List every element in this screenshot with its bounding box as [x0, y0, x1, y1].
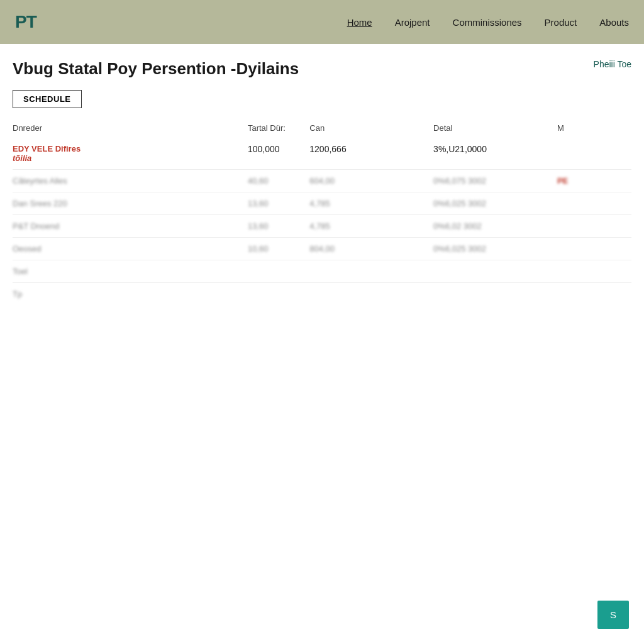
col-header-can: Can	[309, 119, 433, 138]
navbar-brand: PT	[15, 12, 36, 32]
cell-detal	[433, 260, 557, 283]
cell-tartal	[248, 260, 309, 283]
nav-item-product[interactable]: Product	[545, 17, 577, 28]
cell-tartal: 13,60	[248, 215, 309, 238]
nav-item-home[interactable]: Home	[347, 17, 372, 28]
cell-m	[557, 283, 631, 306]
cell-tartal: 40,60	[248, 170, 309, 192]
cell-detal: 0%6,025 3002	[433, 238, 557, 260]
col-header-tartal: Tartal Dür:	[248, 119, 309, 138]
cell-detal	[433, 283, 557, 306]
cell-order: Tp	[13, 283, 248, 306]
navbar-links: Home Arojpent Comminissiones Product Abo…	[347, 17, 629, 28]
table-header-row: Dnreder Tartal Dür: Can Detal M	[13, 119, 631, 138]
cell-order: Toel	[13, 260, 248, 283]
table-row: Oeosed10,60804,000%6,025 3002	[13, 238, 631, 260]
cell-tartal	[248, 283, 309, 306]
nav-link-product[interactable]: Product	[545, 17, 577, 28]
cell-tartal: 100,000	[248, 138, 309, 170]
cell-order: P&T Dnoend	[13, 215, 248, 238]
page-header-row: Vbug Statal Poy Persention -Dyilains Phe…	[13, 59, 631, 79]
nav-item-abouts[interactable]: Abouts	[599, 17, 629, 28]
cell-can: 1200,666	[309, 138, 433, 170]
cell-can: 604,00	[309, 170, 433, 192]
nav-link-home[interactable]: Home	[347, 17, 372, 28]
nav-item-comminissiones[interactable]: Comminissiones	[453, 17, 522, 28]
table-row: EDY VELE Difirestõilia100,0001200,6663%,…	[13, 138, 631, 170]
nav-link-abouts[interactable]: Abouts	[599, 17, 629, 28]
cell-can: 804,00	[309, 238, 433, 260]
table-row: Cãteyrtes Alles40,60604,000%6,075 3002PE	[13, 170, 631, 192]
cell-detal: 0%6,025 3002	[433, 192, 557, 215]
col-header-order: Dnreder	[13, 119, 248, 138]
cell-tartal: 13,60	[248, 192, 309, 215]
cell-m	[557, 238, 631, 260]
table-row: Tp	[13, 283, 631, 306]
cell-m: PE	[557, 170, 631, 192]
cell-can: 4,785	[309, 215, 433, 238]
cell-order: Dan Srees 220	[13, 192, 248, 215]
cell-m	[557, 215, 631, 238]
nav-link-comminissiones[interactable]: Comminissiones	[453, 17, 522, 28]
table-row: Dan Srees 22013,604,7850%6,025 3002	[13, 192, 631, 215]
cell-can: 4,785	[309, 192, 433, 215]
table-row: P&T Dnoend13,604,7850%6,02 3002	[13, 215, 631, 238]
col-header-detal: Detal	[433, 119, 557, 138]
nav-item-arojpent[interactable]: Arojpent	[395, 17, 430, 28]
cell-detal: 0%6,02 3002	[433, 215, 557, 238]
cell-m	[557, 260, 631, 283]
cell-can	[309, 260, 433, 283]
cell-m	[557, 192, 631, 215]
cell-m	[557, 138, 631, 170]
col-header-m: M	[557, 119, 631, 138]
cell-detal: 0%6,075 3002	[433, 170, 557, 192]
page-link[interactable]: Pheiii Toe	[594, 59, 631, 69]
cell-order: Oeosed	[13, 238, 248, 260]
navbar: PT Home Arojpent Comminissiones Product …	[0, 0, 644, 44]
page-wrapper: Vbug Statal Poy Persention -Dyilains Phe…	[0, 44, 644, 305]
table-header: Dnreder Tartal Dür: Can Detal M	[13, 119, 631, 138]
cell-order: Cãteyrtes Alles	[13, 170, 248, 192]
cell-detal: 3%,U21,0000	[433, 138, 557, 170]
schedule-button[interactable]: SCHEDULE	[13, 90, 82, 108]
data-table: Dnreder Tartal Dür: Can Detal M EDY VELE…	[13, 119, 631, 305]
table-body: EDY VELE Difirestõilia100,0001200,6663%,…	[13, 138, 631, 305]
page-title: Vbug Statal Poy Persention -Dyilains	[13, 59, 299, 79]
cell-order[interactable]: EDY VELE Difirestõilia	[13, 138, 248, 170]
cell-can	[309, 283, 433, 306]
nav-link-arojpent[interactable]: Arojpent	[395, 17, 430, 28]
table-row: Toel	[13, 260, 631, 283]
cell-tartal: 10,60	[248, 238, 309, 260]
